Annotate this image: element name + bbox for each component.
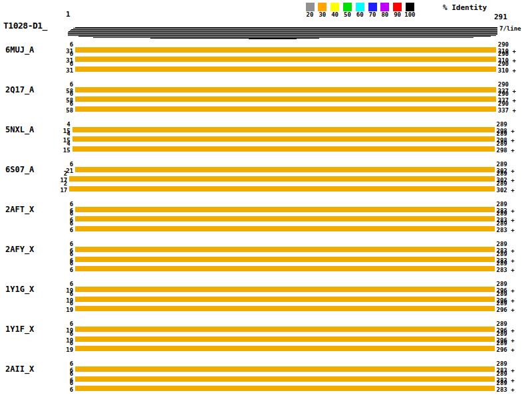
legend-value-label: 20 bbox=[303, 12, 317, 18]
alignment-hitmap: 2030405060708090100 % Identity T1028-D1_… bbox=[0, 0, 532, 399]
alignment-bar-2AFY_X[interactable] bbox=[75, 266, 494, 271]
query-start-num: 6 bbox=[48, 242, 73, 247]
query-start-num: 6 bbox=[48, 322, 73, 327]
legend-color-swatch bbox=[343, 3, 352, 11]
hit-start-num: 6 bbox=[48, 268, 73, 273]
query-end-num: 289 bbox=[497, 142, 507, 146]
alignment-bar-5NXL_A[interactable] bbox=[72, 146, 495, 152]
alignment-bar-2AFY_X[interactable] bbox=[75, 247, 494, 252]
legend-value-label: 30 bbox=[316, 12, 329, 18]
hit-start-num: 31 bbox=[48, 68, 73, 73]
query-end-num: 290 bbox=[498, 62, 509, 66]
query-end-num: 289 bbox=[497, 381, 507, 386]
legend-item-60: 60 bbox=[353, 3, 366, 18]
hit-name-6MUJ_A: 6MUJ_A bbox=[5, 45, 34, 55]
query-end-num: 290 bbox=[498, 82, 509, 87]
query-end-num: 289 bbox=[497, 211, 507, 216]
legend-color-swatch bbox=[318, 3, 327, 11]
alignment-bar-1Y1F_X[interactable] bbox=[75, 346, 494, 351]
legend-color-swatch bbox=[406, 3, 414, 11]
query-start-num: 6 bbox=[48, 52, 73, 57]
query-end-num: 289 bbox=[497, 372, 507, 376]
query-end-num: 289 bbox=[497, 362, 507, 366]
legend-item-30: 30 bbox=[316, 3, 329, 18]
query-end-num: 289 bbox=[497, 162, 507, 167]
legend-value-label: 60 bbox=[353, 12, 366, 18]
query-end-num: 289 bbox=[497, 322, 507, 327]
legend-value-label: 70 bbox=[366, 12, 379, 18]
query-end-num: 290 bbox=[498, 52, 509, 57]
legend-title: % Identity bbox=[443, 3, 487, 12]
query-end-num: 289 bbox=[497, 172, 507, 176]
query-start-num: 6 bbox=[48, 301, 73, 306]
legend-item-20: 20 bbox=[303, 3, 317, 18]
hit-name-2AFT_X: 2AFT_X bbox=[5, 205, 34, 214]
alignment-bar-6S07_A[interactable] bbox=[75, 167, 494, 172]
hit-name-2AII_X: 2AII_X bbox=[5, 364, 34, 374]
query-start-num: 6 bbox=[48, 341, 73, 346]
query-start-num: 6 bbox=[48, 372, 73, 376]
query-end-num: 289 bbox=[497, 252, 507, 257]
query-end-num: 290 bbox=[498, 43, 509, 47]
alignment-bar-2AFT_X[interactable] bbox=[75, 207, 494, 212]
hit-name-1Y1F_X: 1Y1F_X bbox=[5, 325, 34, 334]
hit-start-num: 19 bbox=[48, 348, 73, 352]
alignment-bar-6MUJ_A[interactable] bbox=[75, 47, 496, 53]
alignment-bar-6S07_A[interactable] bbox=[69, 176, 494, 182]
alignment-bar-6MUJ_A[interactable] bbox=[75, 66, 496, 72]
per-line-label: 7/line bbox=[499, 25, 521, 32]
hit-end-strand-num: 302 + bbox=[497, 188, 515, 193]
hit-start-num: 17 bbox=[42, 188, 67, 193]
legend-item-70: 70 bbox=[366, 3, 379, 18]
hit-end-strand-num: 283 + bbox=[497, 228, 515, 233]
query-start-num: 2 bbox=[42, 182, 67, 186]
hit-end-strand-num: 283 + bbox=[497, 388, 515, 392]
legend-value-label: 100 bbox=[403, 12, 416, 18]
alignment-bar-2Q17_A[interactable] bbox=[75, 87, 496, 92]
query-name-label: T1028-D1_ bbox=[3, 21, 47, 31]
alignment-bar-5NXL_A[interactable] bbox=[72, 136, 495, 142]
query-start-tick: 1 bbox=[66, 10, 70, 19]
alignment-bar-1Y1G_X[interactable] bbox=[75, 287, 494, 292]
alignment-bar-6S07_A[interactable] bbox=[69, 186, 494, 192]
query-end-num: 289 bbox=[497, 122, 507, 127]
hit-end-strand-num: 310 + bbox=[498, 68, 516, 73]
alignment-bar-1Y1F_X[interactable] bbox=[75, 336, 494, 342]
query-start-num: 6 bbox=[48, 202, 73, 207]
query-start-num: 6 bbox=[48, 82, 73, 87]
hit-start-num: 6 bbox=[48, 388, 73, 392]
query-start-num: 6 bbox=[48, 292, 73, 297]
alignment-bar-2AII_X[interactable] bbox=[75, 386, 494, 391]
alignment-bar-1Y1F_X[interactable] bbox=[75, 327, 494, 332]
legend-color-swatch bbox=[393, 3, 402, 11]
alignment-bar-1Y1G_X[interactable] bbox=[75, 297, 494, 302]
alignment-bar-1Y1G_X[interactable] bbox=[75, 306, 494, 311]
legend-color-swatch bbox=[380, 3, 389, 11]
query-end-num: 289 bbox=[497, 301, 507, 306]
alignment-bar-2AFT_X[interactable] bbox=[75, 226, 494, 231]
legend-value-label: 50 bbox=[340, 12, 354, 18]
alignment-bar-2AFY_X[interactable] bbox=[75, 257, 494, 262]
query-start-num: 2 bbox=[42, 172, 67, 176]
legend-color-swatch bbox=[306, 3, 315, 11]
legend-item-50: 50 bbox=[340, 3, 354, 18]
hit-start-num: 6 bbox=[48, 228, 73, 233]
alignment-bar-6MUJ_A[interactable] bbox=[75, 57, 496, 62]
legend-item-100: 100 bbox=[403, 3, 416, 18]
query-end-num: 289 bbox=[497, 332, 507, 336]
alignment-bar-2Q17_A[interactable] bbox=[75, 96, 496, 102]
query-start-num: 6 bbox=[48, 362, 73, 366]
alignment-bar-2Q17_A[interactable] bbox=[75, 106, 496, 112]
alignment-bar-2AFT_X[interactable] bbox=[75, 216, 494, 221]
alignment-bar-5NXL_A[interactable] bbox=[72, 127, 495, 132]
alignment-bar-2AII_X[interactable] bbox=[75, 376, 494, 382]
query-end-num: 289 bbox=[497, 282, 507, 287]
query-start-num: 4 bbox=[45, 122, 70, 127]
query-start-num: 6 bbox=[48, 62, 73, 66]
hit-end-strand-num: 283 + bbox=[497, 268, 515, 273]
query-start-num: 6 bbox=[48, 332, 73, 336]
hit-end-strand-num: 298 + bbox=[497, 148, 515, 153]
query-start-num: 4 bbox=[45, 132, 70, 136]
alignment-bar-2AII_X[interactable] bbox=[75, 366, 494, 372]
query-start-num: 6 bbox=[48, 252, 73, 257]
